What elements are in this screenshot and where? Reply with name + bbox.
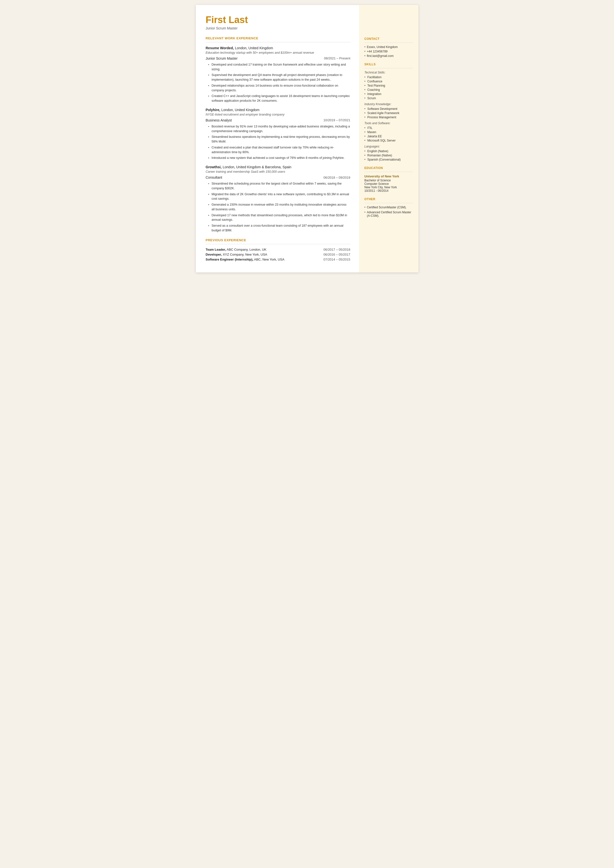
- previous-experience-title: PREVIOUS EXPERIENCE: [206, 238, 350, 242]
- job-1-company-header: Resume Worded, London, United Kingdom: [206, 46, 350, 50]
- prev-exp-label-2: Developer, XYZ Company, New York, USA: [206, 253, 267, 256]
- contact-section-title: CONTACT: [364, 37, 413, 40]
- education-section-title: EDUCATION: [364, 166, 413, 170]
- prev-exp-rest-2: XYZ Company, New York, USA: [222, 253, 267, 256]
- job-2-role-row: Business Analyst 10/2019 – 07/2021: [206, 118, 350, 122]
- other-item-1: Certified ScrumMaster (CSM).: [364, 206, 413, 209]
- prev-exp-row-1: Team Leader, ABC Company, London, UK 06/…: [206, 248, 350, 252]
- skill-test-planning: Test Planning: [364, 84, 413, 87]
- edu-dates: 10/2011 - 06/2014: [364, 189, 413, 193]
- edu-location: New York City, New York: [364, 186, 413, 189]
- skill-mssql: Microsoft SQL Server: [364, 139, 413, 142]
- prev-exp-label-1: Team Leader, ABC Company, London, UK: [206, 248, 267, 252]
- left-column: First Last Junior Scrum Master RELEVANT …: [196, 5, 359, 272]
- job-1-role-row: Junior Scrum Master 08/2021 – Present: [206, 56, 350, 61]
- prev-exp-row-2: Developer, XYZ Company, New York, USA 06…: [206, 253, 350, 256]
- prev-exp-rest-1: ABC Company, London, UK: [226, 248, 267, 252]
- skill-coaching: Coaching: [364, 88, 413, 92]
- job-2-bullet-2: Streamlined business operations by imple…: [208, 135, 350, 144]
- prev-exp-dates-2: 06/2016 – 05/2017: [323, 253, 350, 256]
- skill-romanian: Romanian (Native): [364, 154, 413, 157]
- job-3-bullet-2: Migrated the data of 2K Growthsi clients…: [208, 192, 350, 202]
- job-1-bullet-4: Created C++ and JavaScript coding langua…: [208, 94, 350, 103]
- job-2-role-title: Business Analyst: [206, 118, 232, 122]
- job-3-bullets: Streamlined the scheduling process for t…: [206, 182, 350, 233]
- job-1-bullet-3: Developed relationships across 14 busine…: [208, 83, 350, 93]
- skill-jakarta: Jakarta EE: [364, 135, 413, 138]
- job-2-company-header: Polyhire, London, United Kingdom: [206, 108, 350, 112]
- other-item-2: Advanced Certified Scrum Master (A-CSM).: [364, 211, 413, 217]
- languages-label: Languages:: [364, 145, 413, 148]
- prev-exp-rest-3: ABC, New York, USA: [253, 258, 284, 261]
- skill-maven: Maven: [364, 130, 413, 134]
- industry-skills-label: Industry Knowledge:: [364, 102, 413, 106]
- relevant-work-experience-title: RELEVANT WORK EXPERIENCE: [206, 36, 350, 40]
- divider-relevant: [206, 42, 350, 42]
- skill-scrum: Scrum: [364, 96, 413, 100]
- job-1-bullets: Developed and conducted 17 training on t…: [206, 62, 350, 103]
- job-1-company-name: Resume Worded,: [206, 46, 234, 50]
- tools-skills-label: Tools and Software:: [364, 121, 413, 125]
- job-2-company-desc: NYSE-listed recruitment and employer bra…: [206, 113, 350, 116]
- contact-phone: +44 123456789: [364, 50, 413, 53]
- skill-software-dev: Software Development: [364, 107, 413, 110]
- divider-previous: [206, 244, 350, 244]
- prev-exp-bold-2: Developer,: [206, 253, 222, 256]
- edu-degree: Bachelor of Science: [364, 179, 413, 182]
- prev-exp-bold-3: Software Engineer (Internship),: [206, 258, 253, 261]
- edu-field: Computer Science: [364, 182, 413, 186]
- skill-itil: ITIL: [364, 126, 413, 130]
- job-2-role-dates: 10/2019 – 07/2021: [323, 118, 350, 122]
- job-1-company-desc: Education technology startup with 50+ em…: [206, 51, 350, 54]
- prev-exp-bold-1: Team Leader,: [206, 248, 226, 252]
- job-3-role-row: Consultant 06/2018 – 09/2019: [206, 175, 350, 179]
- job-2-company-location: London, United Kingdom: [221, 108, 259, 112]
- job-2-bullets: Boosted revenue by 91% over 13 months by…: [206, 124, 350, 160]
- prev-exp-dates-3: 07/2014 – 05/2015: [323, 258, 350, 261]
- resume-container: First Last Junior Scrum Master RELEVANT …: [196, 5, 419, 272]
- full-name: First Last: [206, 15, 350, 25]
- education-divider: [364, 172, 413, 172]
- prev-exp-row-3: Software Engineer (Internship), ABC, New…: [206, 258, 350, 261]
- contact-email: first.last@gmail.com: [364, 54, 413, 57]
- job-3-bullet-1: Streamlined the scheduling process for t…: [208, 182, 350, 191]
- job-3-company-header: Growthsi, London, United Kingdom & Barce…: [206, 165, 350, 169]
- other-section-title: OTHER: [364, 197, 413, 201]
- job-3-company-desc: Career training and membership SaaS with…: [206, 170, 350, 174]
- skill-integration: Integration: [364, 92, 413, 96]
- skills-section-title: SKILLS: [364, 63, 413, 66]
- prev-exp-dates-1: 06/2017 – 05/2018: [323, 248, 350, 252]
- job-1-role-dates: 08/2021 – Present: [324, 56, 350, 60]
- job-1-bullet-2: Supervised the development and QA teams …: [208, 73, 350, 82]
- other-divider: [364, 203, 413, 203]
- job-3-role-title: Consultant: [206, 175, 222, 179]
- job-3-company-name: Growthsi,: [206, 165, 222, 169]
- skill-facilitation: Facilitation: [364, 76, 413, 79]
- job-3-role-dates: 06/2018 – 09/2019: [323, 175, 350, 179]
- contact-address: Essex, United Kingdom: [364, 45, 413, 49]
- technical-skills-label: Technical Skills:: [364, 71, 413, 74]
- skills-divider: [364, 68, 413, 68]
- job-2-bullet-1: Boosted revenue by 91% over 13 months by…: [208, 124, 350, 134]
- name-section: First Last Junior Scrum Master: [206, 15, 350, 30]
- job-2-bullet-3: Created and executed a plan that decreas…: [208, 145, 350, 155]
- skill-confluence: Confluence: [364, 80, 413, 83]
- job-1-bullet-1: Developed and conducted 17 training on t…: [208, 62, 350, 72]
- job-2-bullet-4: Introduced a new system that achieved a …: [208, 156, 350, 160]
- skill-english: English (Native): [364, 149, 413, 153]
- prev-exp-label-3: Software Engineer (Internship), ABC, New…: [206, 258, 285, 261]
- job-3-bullet-3: Generated a 150% increase in revenue wit…: [208, 202, 350, 212]
- job-1-role-title: Junior Scrum Master: [206, 56, 238, 61]
- edu-school-name: University of New York: [364, 174, 413, 178]
- job-2-company-name: Polyhire,: [206, 108, 220, 112]
- job-3-bullet-4: Developed 17 new methods that streamline…: [208, 213, 350, 222]
- job-1-company-location: London, United Kingdom: [235, 46, 273, 50]
- skill-scaled-agile: Scaled Agile Framework: [364, 111, 413, 115]
- job-3-company-location: London, United Kingdom & Barcelona, Spai…: [223, 165, 291, 169]
- right-column: CONTACT Essex, United Kingdom +44 123456…: [359, 5, 419, 272]
- job-title: Junior Scrum Master: [206, 26, 350, 30]
- skill-spanish: Spanish (Conversational): [364, 158, 413, 161]
- job-3-bullet-5: Served as a consultant over a cross-func…: [208, 224, 350, 233]
- skill-process-mgmt: Process Management: [364, 116, 413, 119]
